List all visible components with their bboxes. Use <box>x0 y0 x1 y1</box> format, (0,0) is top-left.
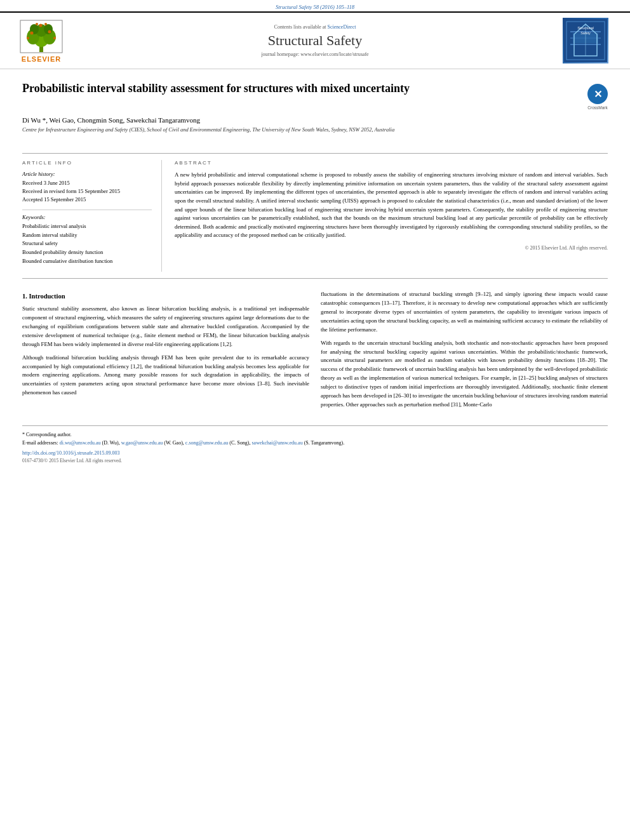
intro-para3: fluctuations in the determinations of st… <box>321 290 608 334</box>
svg-point-12 <box>36 23 38 25</box>
journal-title: Structural Safety <box>76 32 554 49</box>
elsevier-brand-label: ELSEVIER <box>22 55 61 63</box>
contents-text: Contents lists available at <box>274 24 326 30</box>
received-revised-date: Received in revised form 15 September 20… <box>22 187 152 196</box>
copyright-footer: 0167-4730/© 2015 Elsevier Ltd. All right… <box>22 458 608 463</box>
svg-point-7 <box>30 31 34 34</box>
svg-point-10 <box>27 37 29 39</box>
body-col-right: fluctuations in the determinations of st… <box>321 290 608 414</box>
authors: Di Wu *, Wei Gao, Chongmin Song, Sawekch… <box>22 116 608 124</box>
journal-logo-box: Structural Safety <box>563 18 608 63</box>
email4[interactable]: sawekchai@unsw.edu.au <box>251 440 302 446</box>
abstract-text: A new hybrid probabilistic and interval … <box>175 171 608 240</box>
affiliation: Centre for Infrastructure Engineering an… <box>22 126 608 133</box>
body-col-left: 1. Introduction Static structural stabil… <box>22 290 309 414</box>
received-date: Received 3 June 2015 <box>22 179 152 187</box>
email3-name: (C. Song), <box>229 440 250 446</box>
doi-line: http://dx.doi.org/10.1016/j.strusafe.201… <box>22 450 608 456</box>
email4-name: (S. Tangaramvong). <box>304 440 345 446</box>
homepage-text: journal homepage: www.elsevier.com/locat… <box>261 51 368 57</box>
article-content: Probabilistic interval stability assessm… <box>0 69 630 473</box>
svg-point-11 <box>53 37 56 39</box>
svg-text:Structural: Structural <box>577 26 594 30</box>
corresponding-note: * Corresponding author. <box>22 432 72 437</box>
keyword-4: Bounded probability density function <box>22 248 152 257</box>
elsevier-logo: ELSEVIER <box>13 19 70 63</box>
crossmark-icon: ✕ <box>587 84 608 104</box>
article-title: Probabilistic interval stability assessm… <box>22 81 587 96</box>
keywords-list: Probabilistic interval analysis Random i… <box>22 222 152 265</box>
footer-section: * Corresponding author. E-mail addresses… <box>22 425 608 464</box>
svg-text:Safety: Safety <box>580 31 591 35</box>
intro-para4: With regards to the uncertain structural… <box>321 339 608 410</box>
keyword-3: Structural safety <box>22 239 152 248</box>
keyword-1: Probabilistic interval analysis <box>22 222 152 231</box>
body-two-col: 1. Introduction Static structural stabil… <box>22 290 608 414</box>
email2-name: (W. Gao), <box>164 440 184 446</box>
article-info-label: ARTICLE INFO <box>22 160 152 166</box>
history-label: Article history: <box>22 171 152 177</box>
journal-center: Contents lists available at ScienceDirec… <box>76 24 554 57</box>
crossmark-label: CrossMark <box>587 105 607 110</box>
authors-text: Di Wu *, Wei Gao, Chongmin Song, Sawekch… <box>22 116 200 124</box>
email1-name: (D. Wu), <box>102 440 120 446</box>
abstract-col: ABSTRACT A new hybrid probabilistic and … <box>162 160 608 272</box>
journal-header: ELSEVIER Contents lists available at Sci… <box>0 11 630 69</box>
footer-note: * Corresponding author. E-mail addresses… <box>22 431 608 448</box>
email-label: E-mail addresses: <box>22 440 58 446</box>
abstract-copyright: © 2015 Elsevier Ltd. All rights reserved… <box>175 245 608 251</box>
article-info-col: ARTICLE INFO Article history: Received 3… <box>22 160 162 272</box>
journal-ref: Structural Safety 58 (2016) 105–118 <box>276 4 354 10</box>
email2[interactable]: w.gao@unsw.edu.au <box>121 440 163 446</box>
svg-point-6 <box>44 24 53 34</box>
elsevier-tree-icon <box>19 19 64 54</box>
page-wrapper: Structural Safety 58 (2016) 105–118 <box>0 0 630 840</box>
structural-safety-logo-icon: Structural Safety <box>564 19 607 62</box>
keyword-2: Random interval stability <box>22 231 152 240</box>
intro-heading: 1. Introduction <box>22 293 309 300</box>
article-title-section: Probabilistic interval stability assessm… <box>22 81 608 145</box>
journal-logo-right: Structural Safety <box>560 18 611 63</box>
intro-para2: Although traditional bifurcation bucklin… <box>22 354 309 397</box>
journal-homepage: journal homepage: www.elsevier.com/locat… <box>76 51 554 57</box>
doi-link[interactable]: http://dx.doi.org/10.1016/j.strusafe.201… <box>22 450 119 456</box>
keywords-label: Keywords: <box>22 214 152 220</box>
email1[interactable]: di.wu@unsw.edu.au <box>60 440 101 446</box>
contents-line: Contents lists available at ScienceDirec… <box>76 24 554 30</box>
svg-point-13 <box>44 23 47 25</box>
svg-point-8 <box>48 30 51 33</box>
accepted-date: Accepted 15 September 2015 <box>22 196 152 204</box>
article-history-block: Article history: Received 3 June 2015 Re… <box>22 171 152 203</box>
crossmark-badge: ✕ CrossMark <box>587 84 608 110</box>
keyword-5: Bounded cumulative distribution function <box>22 257 152 266</box>
abstract-label: ABSTRACT <box>175 160 608 166</box>
email3[interactable]: c.song@unsw.edu.au <box>185 440 229 446</box>
journal-ref-bar: Structural Safety 58 (2016) 105–118 <box>0 0 630 11</box>
info-section: ARTICLE INFO Article history: Received 3… <box>22 153 608 279</box>
keywords-block: Keywords: Probabilistic interval analysi… <box>22 214 152 265</box>
sciencedirect-link[interactable]: ScienceDirect <box>328 24 356 30</box>
intro-para1: Static structural stability assessment, … <box>22 305 309 349</box>
svg-point-9 <box>39 23 43 27</box>
